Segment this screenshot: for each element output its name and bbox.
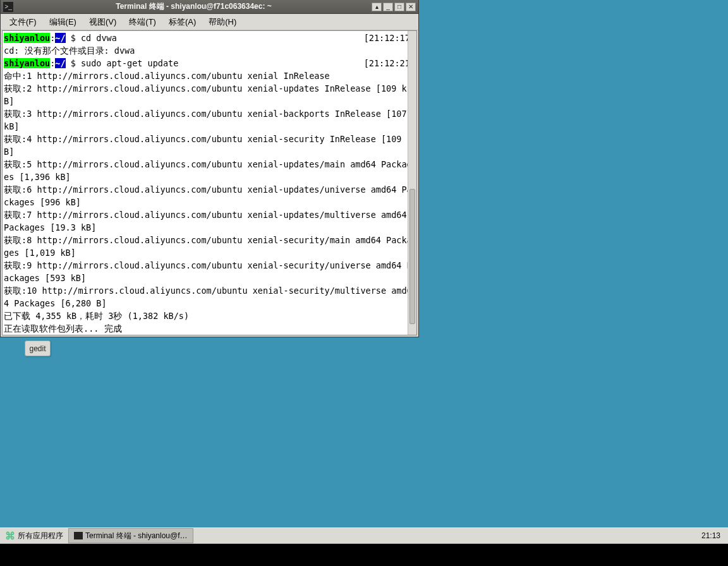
- output-line: 已下载 4,355 kB，耗时 3秒 (1,382 kB/s): [4, 310, 415, 322]
- prompt-path: ~/: [55, 33, 65, 43]
- menu-edit[interactable]: 编辑(E): [43, 15, 83, 30]
- prompt-line-1: shiyanlou:~/ $ cd dvwa[21:12:17]: [4, 32, 415, 44]
- taskbar: ⌘ 所有应用程序 Terminal 终端 - shiyanlou@f… 21:1…: [0, 527, 728, 544]
- output-line: 获取:9 http://mirrors.cloud.aliyuncs.com/u…: [4, 259, 415, 284]
- cmd-1: cd dvwa: [81, 33, 117, 43]
- cmd-2: sudo apt-get update: [81, 58, 178, 68]
- taskbar-allapps[interactable]: ⌘ 所有应用程序: [0, 528, 68, 543]
- menubar: 文件(F) 编辑(E) 视图(V) 终端(T) 标签(A) 帮助(H): [1, 14, 418, 30]
- output-line: 命中:1 http://mirrors.cloud.aliyuncs.com/u…: [4, 69, 415, 82]
- app-icon: >_: [3, 2, 13, 12]
- window-title: Terminal 终端 - shiyanlou@f71c063634ec: ~: [16, 1, 372, 12]
- menu-help[interactable]: 帮助(H): [202, 15, 243, 30]
- output-line: 获取:5 http://mirrors.cloud.aliyuncs.com/u…: [4, 158, 415, 183]
- menu-terminal[interactable]: 终端(T): [123, 15, 162, 30]
- output-line: 正在读取软件包列表... 完成: [4, 322, 415, 335]
- terminal-icon: [74, 532, 83, 539]
- output-line: 获取:2 http://mirrors.cloud.aliyuncs.com/u…: [4, 82, 415, 107]
- minimize-button[interactable]: _: [383, 3, 393, 11]
- output-line: 获取:8 http://mirrors.cloud.aliyuncs.com/u…: [4, 234, 415, 259]
- rollup-button[interactable]: ▴: [372, 3, 382, 11]
- menu-tabs[interactable]: 标签(A): [162, 15, 202, 30]
- prompt-user: shiyanlou: [4, 33, 50, 43]
- desktop-icon-gedit[interactable]: gedit: [25, 340, 51, 356]
- menu-file[interactable]: 文件(F): [3, 15, 43, 30]
- scrollbar-thumb[interactable]: [410, 189, 415, 324]
- terminal-content[interactable]: shiyanlou:~/ $ cd dvwa[21:12:17] cd: 没有那…: [2, 30, 417, 335]
- menu-view[interactable]: 视图(V): [83, 15, 123, 30]
- output-line: 获取:6 http://mirrors.cloud.aliyuncs.com/u…: [4, 183, 415, 208]
- apps-icon: ⌘: [5, 530, 15, 542]
- close-button[interactable]: ✕: [406, 3, 416, 11]
- prompt-line-2: shiyanlou:~/ $ sudo apt-get update[21:12…: [4, 57, 415, 69]
- scrollbar[interactable]: [408, 31, 416, 335]
- output-line: 获取:10 http://mirrors.cloud.aliyuncs.com/…: [4, 284, 415, 310]
- terminal-window: >_ Terminal 终端 - shiyanlou@f71c063634ec:…: [0, 0, 419, 337]
- output-line: 获取:4 http://mirrors.cloud.aliyuncs.com/u…: [4, 133, 415, 158]
- titlebar[interactable]: >_ Terminal 终端 - shiyanlou@f71c063634ec:…: [1, 0, 418, 14]
- output-err: cd: 没有那个文件或目录: dvwa: [4, 44, 415, 57]
- output-line: 获取:3 http://mirrors.cloud.aliyuncs.com/u…: [4, 107, 415, 133]
- bottom-border: [0, 544, 728, 566]
- maximize-button[interactable]: □: [394, 3, 404, 11]
- taskbar-clock[interactable]: 21:13: [694, 531, 728, 540]
- output-line: 获取:7 http://mirrors.cloud.aliyuncs.com/u…: [4, 208, 415, 234]
- taskbar-task-terminal[interactable]: Terminal 终端 - shiyanlou@f…: [68, 528, 193, 543]
